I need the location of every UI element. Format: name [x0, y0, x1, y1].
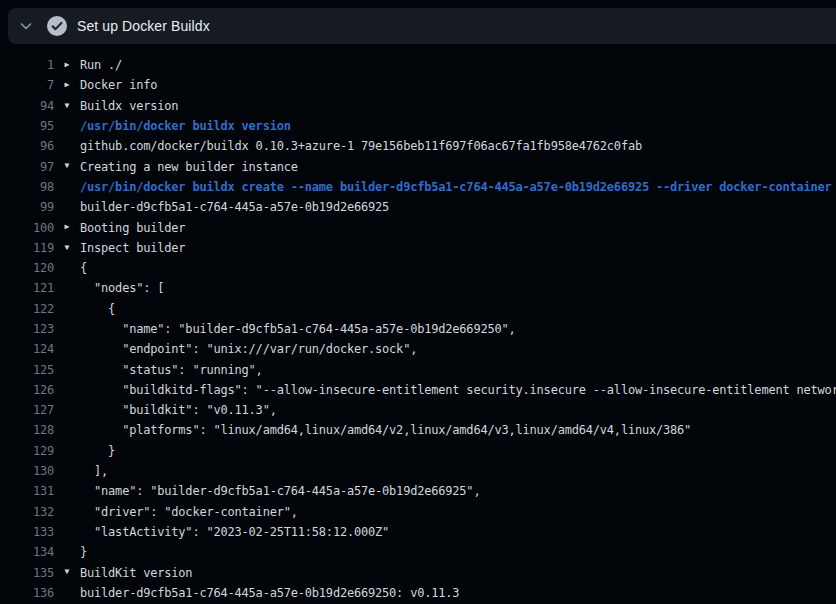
- log-line: 120{: [0, 258, 836, 278]
- log-line: 128 "platforms": "linux/amd64,linux/amd6…: [0, 420, 836, 440]
- log-line: 94▼Buildx version: [0, 96, 836, 116]
- group-expanded-toggle-icon[interactable]: ▼: [54, 562, 80, 582]
- output-text: github.com/docker/buildx 0.10.3+azure-1 …: [80, 139, 642, 153]
- line-number[interactable]: 96: [0, 139, 54, 153]
- log-line: 126 "buildkitd-flags": "--allow-insecure…: [0, 380, 836, 400]
- log-line: 123 "name": "builder-d9cfb5a1-c764-445a-…: [0, 319, 836, 339]
- line-number[interactable]: 99: [0, 200, 54, 214]
- line-number[interactable]: 135: [0, 566, 54, 580]
- line-number[interactable]: 95: [0, 119, 54, 133]
- output-text: builder-d9cfb5a1-c764-445a-a57e-0b19d2e6…: [80, 200, 389, 214]
- log-line: 134}: [0, 542, 836, 562]
- line-number[interactable]: 134: [0, 545, 54, 559]
- log-line: 129 }: [0, 441, 836, 461]
- log-line: 135▼BuildKit version: [0, 562, 836, 582]
- output-text: builder-d9cfb5a1-c764-445a-a57e-0b19d2e6…: [80, 586, 459, 600]
- log-line: 124 "endpoint": "unix:///var/run/docker.…: [0, 339, 836, 359]
- group-title[interactable]: Run ./: [80, 58, 122, 72]
- line-number[interactable]: 125: [0, 363, 54, 377]
- line-number[interactable]: 126: [0, 383, 54, 397]
- output-text: ],: [80, 464, 108, 478]
- line-number[interactable]: 121: [0, 281, 54, 295]
- group-collapsed-toggle-icon[interactable]: ▶: [54, 217, 80, 237]
- group-expanded-toggle-icon[interactable]: ▼: [54, 156, 80, 176]
- line-number[interactable]: 7: [0, 78, 54, 92]
- group-title[interactable]: Buildx version: [80, 99, 178, 113]
- log-line: 136builder-d9cfb5a1-c764-445a-a57e-0b19d…: [0, 583, 836, 603]
- line-number[interactable]: 132: [0, 505, 54, 519]
- line-number[interactable]: 128: [0, 423, 54, 437]
- output-text: "name": "builder-d9cfb5a1-c764-445a-a57e…: [80, 484, 480, 498]
- group-title[interactable]: Inspect builder: [80, 241, 185, 255]
- line-number[interactable]: 120: [0, 261, 54, 275]
- log-line: 7▶Docker info: [0, 75, 836, 95]
- log-line: 96github.com/docker/buildx 0.10.3+azure-…: [0, 136, 836, 156]
- command-text: /usr/bin/docker buildx version: [80, 119, 291, 133]
- output-text: "driver": "docker-container",: [80, 505, 298, 519]
- line-number[interactable]: 97: [0, 160, 54, 174]
- line-number[interactable]: 124: [0, 342, 54, 356]
- log-line: 131 "name": "builder-d9cfb5a1-c764-445a-…: [0, 481, 836, 501]
- line-number[interactable]: 122: [0, 302, 54, 316]
- log-line: 1▶Run ./: [0, 55, 836, 75]
- log-line: 119▼Inspect builder: [0, 238, 836, 258]
- check-circle-icon: [47, 16, 67, 36]
- actions-log-viewer: { "header": { "title": "Set up Docker Bu…: [0, 0, 836, 604]
- line-number[interactable]: 133: [0, 525, 54, 539]
- line-number[interactable]: 131: [0, 484, 54, 498]
- group-title[interactable]: Booting builder: [80, 221, 185, 235]
- group-title[interactable]: Creating a new builder instance: [80, 160, 298, 174]
- output-text: "endpoint": "unix:///var/run/docker.sock…: [80, 342, 417, 356]
- log-line: 100▶Booting builder: [0, 217, 836, 237]
- log-line: 122 {: [0, 299, 836, 319]
- output-text: "buildkitd-flags": "--allow-insecure-ent…: [80, 383, 836, 397]
- log-line: 121 "nodes": [: [0, 278, 836, 298]
- line-number[interactable]: 123: [0, 322, 54, 336]
- line-number[interactable]: 100: [0, 221, 54, 235]
- group-collapsed-toggle-icon[interactable]: ▶: [54, 55, 80, 75]
- log-lines: 1▶Run ./7▶Docker info94▼Buildx version95…: [0, 44, 836, 604]
- log-line: 99builder-d9cfb5a1-c764-445a-a57e-0b19d2…: [0, 197, 836, 217]
- line-number[interactable]: 127: [0, 403, 54, 417]
- log-line: 125 "status": "running",: [0, 359, 836, 379]
- output-text: "status": "running",: [80, 363, 263, 377]
- log-line: 95/usr/bin/docker buildx version: [0, 116, 836, 136]
- log-line: 98/usr/bin/docker buildx create --name b…: [0, 177, 836, 197]
- log-line: 97▼Creating a new builder instance: [0, 156, 836, 176]
- line-number[interactable]: 94: [0, 99, 54, 113]
- output-text: "platforms": "linux/amd64,linux/amd64/v2…: [80, 423, 691, 437]
- line-number[interactable]: 136: [0, 586, 54, 600]
- log-line: 130 ],: [0, 461, 836, 481]
- log-line: 127 "buildkit": "v0.11.3",: [0, 400, 836, 420]
- log-line: 132 "driver": "docker-container",: [0, 502, 836, 522]
- output-text: {: [80, 302, 115, 316]
- output-text: "buildkit": "v0.11.3",: [80, 403, 277, 417]
- line-number[interactable]: 1: [0, 58, 54, 72]
- output-text: "lastActivity": "2023-02-25T11:58:12.000…: [80, 525, 389, 539]
- group-expanded-toggle-icon[interactable]: ▼: [54, 238, 80, 258]
- line-number[interactable]: 129: [0, 444, 54, 458]
- group-title[interactable]: Docker info: [80, 78, 157, 92]
- group-collapsed-toggle-icon[interactable]: ▶: [54, 75, 80, 95]
- output-text: {: [80, 261, 87, 275]
- output-text: "name": "builder-d9cfb5a1-c764-445a-a57e…: [80, 322, 516, 336]
- line-number[interactable]: 98: [0, 180, 54, 194]
- output-text: "nodes": [: [80, 281, 164, 295]
- group-title[interactable]: BuildKit version: [80, 566, 192, 580]
- output-text: }: [80, 545, 87, 559]
- step-header[interactable]: Set up Docker Buildx: [8, 8, 836, 44]
- line-number[interactable]: 130: [0, 464, 54, 478]
- step-title: Set up Docker Buildx: [77, 18, 210, 34]
- output-text: }: [80, 444, 115, 458]
- command-text: /usr/bin/docker buildx create --name bui…: [80, 180, 832, 194]
- line-number[interactable]: 119: [0, 241, 54, 255]
- group-expanded-toggle-icon[interactable]: ▼: [54, 96, 80, 116]
- chevron-down-icon[interactable]: [18, 18, 34, 34]
- log-line: 133 "lastActivity": "2023-02-25T11:58:12…: [0, 522, 836, 542]
